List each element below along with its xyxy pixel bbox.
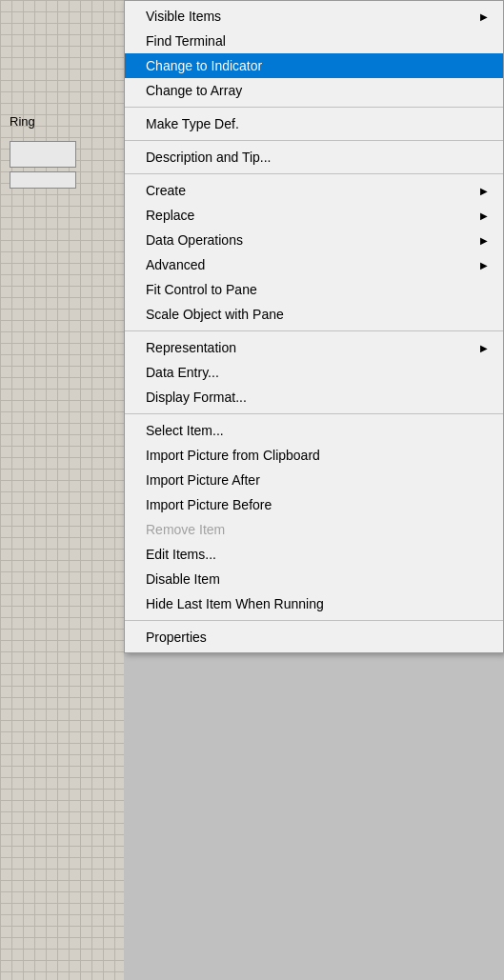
menu-item-label-description-and-tip: Description and Tip...: [146, 150, 488, 165]
menu-item-import-picture-from-clipboard[interactable]: Import Picture from Clipboard: [125, 443, 503, 468]
submenu-arrow-icon: ▶: [480, 343, 488, 353]
menu-item-label-scale-object-with-pane: Scale Object with Pane: [146, 307, 488, 322]
submenu-arrow-icon: ▶: [480, 260, 488, 270]
menu-item-change-to-array[interactable]: Change to Array: [125, 78, 503, 103]
menu-item-label-replace: Replace: [146, 208, 471, 223]
menu-separator: [125, 620, 503, 621]
menu-item-label-import-picture-before: Import Picture Before: [146, 497, 488, 512]
menu-item-remove-item: Remove Item: [125, 517, 503, 542]
menu-item-label-find-terminal: Find Terminal: [146, 33, 488, 49]
menu-item-advanced[interactable]: Advanced▶: [125, 252, 503, 277]
ring-control: [10, 141, 76, 168]
menu-item-import-picture-before[interactable]: Import Picture Before: [125, 492, 503, 517]
menu-item-create[interactable]: Create▶: [125, 178, 503, 203]
menu-item-label-disable-item: Disable Item: [146, 571, 488, 587]
menu-item-replace[interactable]: Replace▶: [125, 203, 503, 228]
menu-item-edit-items[interactable]: Edit Items...: [125, 542, 503, 567]
menu-item-visible-items[interactable]: Visible Items▶: [125, 4, 503, 29]
submenu-arrow-icon: ▶: [480, 210, 488, 221]
menu-item-change-to-indicator[interactable]: Change to Indicator: [125, 53, 503, 78]
menu-item-label-hide-last-item-when-running: Hide Last Item When Running: [146, 596, 488, 611]
menu-item-label-create: Create: [146, 183, 471, 198]
menu-separator: [125, 330, 503, 331]
menu-item-label-fit-control-to-pane: Fit Control to Pane: [146, 282, 488, 297]
menu-item-label-change-to-indicator: Change to Indicator: [146, 58, 488, 73]
menu-item-data-operations[interactable]: Data Operations▶: [125, 228, 503, 252]
menu-item-label-remove-item: Remove Item: [146, 522, 488, 537]
menu-separator: [125, 140, 503, 141]
menu-item-label-select-item: Select Item...: [146, 423, 488, 438]
menu-item-label-edit-items: Edit Items...: [146, 547, 488, 562]
submenu-arrow-icon: ▶: [480, 11, 488, 22]
menu-item-display-format[interactable]: Display Format...: [125, 385, 503, 410]
menu-item-label-data-operations: Data Operations: [146, 232, 471, 248]
menu-item-properties[interactable]: Properties: [125, 625, 503, 650]
menu-item-label-make-type-def: Make Type Def.: [146, 116, 488, 131]
menu-item-data-entry[interactable]: Data Entry...: [125, 360, 503, 385]
menu-item-representation[interactable]: Representation▶: [125, 335, 503, 360]
menu-item-description-and-tip[interactable]: Description and Tip...: [125, 145, 503, 170]
menu-separator: [125, 173, 503, 174]
menu-item-scale-object-with-pane[interactable]: Scale Object with Pane: [125, 302, 503, 327]
ring-label: Ring: [10, 114, 35, 129]
menu-item-select-item[interactable]: Select Item...: [125, 418, 503, 443]
context-menu: Visible Items▶Find TerminalChange to Ind…: [124, 0, 504, 653]
ring-control-secondary: [10, 171, 76, 189]
menu-item-label-visible-items: Visible Items: [146, 9, 471, 24]
menu-item-make-type-def[interactable]: Make Type Def.: [125, 111, 503, 136]
menu-item-disable-item[interactable]: Disable Item: [125, 567, 503, 591]
menu-item-label-data-entry: Data Entry...: [146, 365, 488, 380]
menu-separator: [125, 107, 503, 108]
submenu-arrow-icon: ▶: [480, 186, 488, 196]
menu-item-label-advanced: Advanced: [146, 257, 471, 272]
menu-item-import-picture-after[interactable]: Import Picture After: [125, 468, 503, 492]
menu-item-label-change-to-array: Change to Array: [146, 83, 488, 98]
menu-item-fit-control-to-pane[interactable]: Fit Control to Pane: [125, 277, 503, 302]
menu-item-label-import-picture-from-clipboard: Import Picture from Clipboard: [146, 448, 488, 463]
menu-item-find-terminal[interactable]: Find Terminal: [125, 29, 503, 53]
submenu-arrow-icon: ▶: [480, 235, 488, 246]
menu-separator: [125, 413, 503, 414]
menu-item-label-properties: Properties: [146, 630, 488, 645]
menu-item-hide-last-item-when-running[interactable]: Hide Last Item When Running: [125, 591, 503, 616]
menu-item-label-representation: Representation: [146, 340, 471, 355]
menu-item-label-import-picture-after: Import Picture After: [146, 472, 488, 488]
menu-item-label-display-format: Display Format...: [146, 390, 488, 405]
